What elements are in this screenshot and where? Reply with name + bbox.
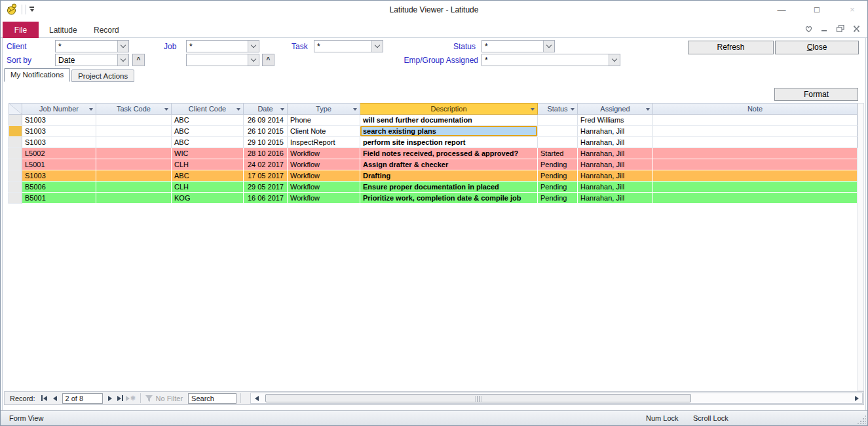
cell-assigned[interactable]: Hanrahan, Jill	[578, 170, 653, 182]
cell-type[interactable]: Workflow	[288, 159, 360, 170]
sort-dropdown-icon[interactable]	[164, 108, 168, 111]
cell-status[interactable]	[538, 126, 578, 137]
scrollbar-thumb[interactable]	[265, 394, 691, 402]
cell-job-number[interactable]: B5006	[22, 182, 96, 193]
sort-dropdown-icon[interactable]	[531, 108, 535, 111]
record-position-box[interactable]: 2 of 8	[62, 393, 103, 404]
job-filter-select[interactable]: *	[186, 40, 259, 52]
cell-description[interactable]: Drafting	[360, 170, 538, 182]
status-filter-select[interactable]: *	[481, 40, 555, 52]
cell-type[interactable]: Workflow	[288, 148, 360, 159]
cell-description[interactable]: Ensure proper documentation in placed	[360, 182, 538, 193]
tab-file[interactable]: File	[3, 22, 39, 38]
cell-note[interactable]	[653, 137, 858, 148]
cell-note[interactable]	[653, 148, 858, 159]
cell-description[interactable]: Assign drafter & checker	[360, 159, 538, 170]
scroll-left-icon[interactable]	[251, 393, 262, 403]
task-filter-select[interactable]: *	[314, 40, 383, 52]
sort-dropdown-icon[interactable]	[571, 108, 575, 111]
row-selector[interactable]	[9, 193, 22, 204]
cell-assigned[interactable]: Hanrahan, Jill	[578, 182, 653, 193]
cell-description[interactable]: search existing plans	[360, 126, 538, 137]
cell-client-code[interactable]: ABC	[172, 126, 244, 137]
chevron-down-icon[interactable]	[117, 41, 128, 52]
cell-job-number[interactable]: L5001	[22, 159, 96, 170]
column-header-description[interactable]: Description	[360, 103, 538, 115]
minimize-window-icon[interactable]: —	[773, 4, 790, 15]
cell-assigned[interactable]: Hanrahan, Jill	[578, 148, 653, 159]
tab-record[interactable]: Record	[85, 22, 128, 38]
cell-status[interactable]: Pending	[538, 182, 578, 193]
sort-secondary-select[interactable]	[186, 54, 259, 66]
cell-status[interactable]: Pending	[538, 159, 578, 170]
client-filter-select[interactable]: *	[55, 40, 129, 52]
chevron-down-icon[interactable]	[371, 41, 383, 52]
chevron-down-icon[interactable]	[248, 41, 259, 52]
pin-ribbon-icon[interactable]	[804, 25, 813, 33]
cell-date[interactable]: 17 05 2017	[244, 170, 288, 182]
cell-assigned[interactable]: Hanrahan, Jill	[578, 137, 653, 148]
close-button[interactable]: Close	[775, 41, 859, 54]
search-input[interactable]	[188, 393, 236, 404]
cell-type[interactable]: Phone	[288, 115, 360, 126]
sort-dropdown-icon[interactable]	[646, 108, 650, 111]
cell-description[interactable]: Field notes received, processed & approv…	[360, 148, 538, 159]
cell-status[interactable]: Pending	[538, 170, 578, 182]
previous-record-button[interactable]	[50, 393, 60, 403]
cell-type[interactable]: Workflow	[288, 182, 360, 193]
resize-grip[interactable]	[857, 415, 866, 424]
cell-date[interactable]: 29 10 2015	[244, 137, 288, 148]
maximize-window-icon[interactable]: □	[808, 4, 825, 15]
cell-date[interactable]: 29 05 2017	[244, 182, 288, 193]
new-record-button[interactable]: ✱	[126, 393, 136, 403]
cell-note[interactable]	[653, 182, 858, 193]
cell-assigned[interactable]: Fred Williams	[578, 115, 653, 126]
cell-task-code[interactable]	[96, 182, 172, 193]
sort-dropdown-icon[interactable]	[89, 108, 93, 111]
minimize-document-icon[interactable]	[820, 25, 829, 33]
cell-job-number[interactable]: S1003	[22, 126, 96, 137]
cell-note[interactable]	[653, 170, 858, 182]
sort-dropdown-icon[interactable]	[353, 108, 357, 111]
cell-job-number[interactable]: L5002	[22, 148, 96, 159]
cell-job-number[interactable]: S1003	[22, 170, 96, 182]
cell-description[interactable]: will send further documentation	[360, 115, 538, 126]
cell-description[interactable]: perform site inspection report	[360, 137, 538, 148]
cell-client-code[interactable]: CLH	[172, 159, 244, 170]
chevron-down-icon[interactable]	[609, 54, 620, 66]
close-document-icon[interactable]	[852, 25, 861, 33]
cell-assigned[interactable]: Hanrahan, Jill	[578, 159, 653, 170]
sort-secondary-ascending-button[interactable]: ^	[262, 54, 274, 66]
sortby-select[interactable]: Date	[55, 54, 129, 66]
cell-task-code[interactable]	[96, 193, 172, 204]
cell-task-code[interactable]	[96, 148, 172, 159]
cell-date[interactable]: 28 10 2016	[244, 148, 288, 159]
vertical-scrollbar[interactable]	[858, 103, 864, 391]
cell-type[interactable]: Workflow	[288, 193, 360, 204]
customize-quick-access-icon[interactable]	[29, 7, 34, 12]
chevron-down-icon[interactable]	[117, 54, 128, 66]
column-header-client-code[interactable]: Client Code	[172, 103, 244, 115]
no-filter-button[interactable]: No Filter	[145, 395, 183, 402]
first-record-button[interactable]	[39, 393, 50, 403]
cell-task-code[interactable]	[96, 137, 172, 148]
column-header-type[interactable]: Type	[288, 103, 360, 115]
cell-note[interactable]	[653, 126, 858, 137]
cell-client-code[interactable]: ABC	[172, 170, 244, 182]
tab-my-notifications[interactable]: My Notifications	[4, 68, 70, 82]
cell-status[interactable]: Pending	[538, 193, 578, 204]
cell-task-code[interactable]	[96, 115, 172, 126]
cell-task-code[interactable]	[96, 126, 172, 137]
cell-description[interactable]: Prioritize work, completion date & compi…	[360, 193, 538, 204]
row-selector[interactable]	[9, 170, 22, 182]
cell-client-code[interactable]: CLH	[172, 182, 244, 193]
cell-client-code[interactable]: KOG	[172, 193, 244, 204]
scroll-right-icon[interactable]	[851, 393, 862, 403]
cell-note[interactable]	[653, 159, 858, 170]
sort-dropdown-icon[interactable]	[236, 108, 240, 111]
column-header-status[interactable]: Status	[538, 103, 578, 115]
cell-client-code[interactable]: WIC	[172, 148, 244, 159]
cell-status[interactable]	[538, 137, 578, 148]
column-header-job-number[interactable]: Job Number	[22, 103, 96, 115]
cell-job-number[interactable]: S1003	[22, 115, 96, 126]
